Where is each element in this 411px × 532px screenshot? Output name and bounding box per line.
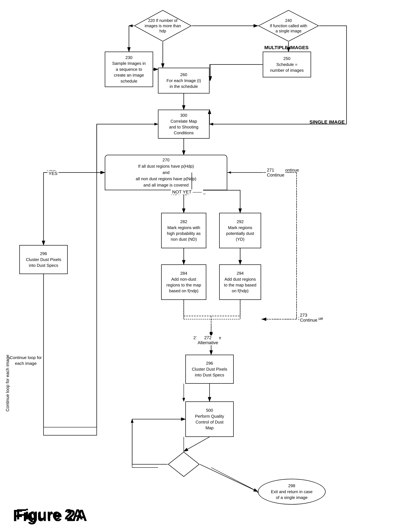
node-296-left: 296Cluster Dust Pixelsinto Dust Specs [19,245,68,274]
flowchart-diagram: 220 If number of images is more than hdp… [0,0,411,532]
svg-marker-48 [168,452,199,476]
node-250-label: 250Schedule =number of images [270,56,304,73]
node-230: 230Sample Images ina sequence tocreate a… [105,52,153,87]
node-300-label: 300Correlate Mapand to ShootingCondition… [169,112,198,136]
node-273-label: 273Continue [299,313,318,323]
continue-loop-label: Continue loop for each image [5,355,10,412]
node-260-label: 260For each Image (I)in the schedule [167,72,201,89]
node-296-left-label: 296Cluster Dust Pixelsinto Dust Specs [26,251,61,268]
figure-2a-label: Figure 2A [13,506,87,525]
node-300: 300Correlate Mapand to ShootingCondition… [158,110,210,139]
node-260: 260For each Image (I)in the schedule [158,68,210,94]
label-yes-text: YES [47,171,58,176]
node-282: 282Mark regions withhigh probability asn… [161,213,206,248]
label-single-image: SINGLE IMAGE [309,119,345,125]
node-230-label: 230Sample Images ina sequence tocreate a… [112,55,146,84]
svg-line-27 [211,467,261,493]
node-296-center-label: 296Cluster Dust Pixelsinto Dust Specs [192,360,227,378]
node-284: 284Add non-dustregions to the mapbased o… [161,264,206,300]
node-270-label: 270If all dust regions have p(Hdp)andall… [136,157,196,188]
node-bottom-diamond [168,451,200,477]
node-298-label: 298Exit and return in caseof a single im… [271,483,313,500]
label-multiple-images: MULTIPLE IMAGES [264,45,308,50]
node-271-label: 271Continue [266,168,285,178]
node-240-label: 240If function called witha single image [269,18,308,34]
node-220-label: 220 If number of images is more than hdp [144,18,182,34]
label-not-yet-text: NOT YET —— [171,190,203,195]
node-500: 500Perform QualityControl of DustMap [185,401,234,437]
node-296-center: 296Cluster Dust Pixelsinto Dust Specs [185,355,234,384]
node-292-label: 292Mark regionspotentially dust(YD) [226,219,254,242]
node-220: 220 If number of images is more than hdp [134,10,192,42]
node-270: 270If all dust regions have p(Hdp)andall… [105,155,227,190]
node-250: 250Schedule =number of images [263,52,311,77]
node-298: 298Exit and return in caseof a single im… [258,479,326,504]
node-292: 292Mark regionspotentially dust(YD) [219,213,261,248]
node-500-label: 500Perform QualityControl of DustMap [195,407,224,431]
node-272-label: 272Alternative [197,335,219,345]
node-284-label: 284Add non-dustregions to the mapbased o… [166,270,201,294]
node-282-label: 282Mark regions withhigh probability asn… [167,219,201,242]
node-294-label: 294Add dust regionsto the map basedon f(… [224,270,256,294]
label-continue-loop: Continue loop for each image [8,355,44,366]
node-294: 294Add dust regionsto the map basedon f(… [219,264,261,300]
node-240: 240If function called witha single image [258,10,319,42]
